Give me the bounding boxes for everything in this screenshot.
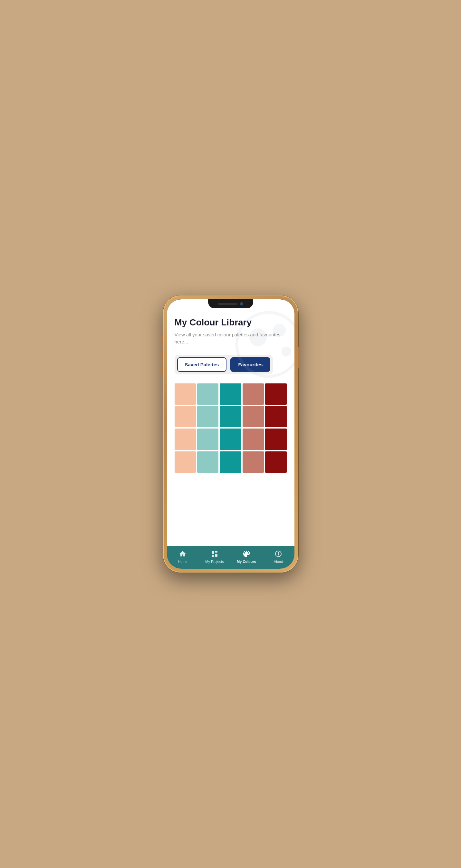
nav-item-about[interactable]: About — [263, 549, 295, 563]
svg-rect-4 — [212, 551, 214, 554]
color-cell-14[interactable] — [265, 429, 286, 450]
color-cell-13[interactable] — [243, 429, 264, 450]
info-icon — [274, 549, 283, 558]
color-cell-3[interactable] — [243, 383, 264, 405]
svg-point-3 — [281, 347, 291, 357]
color-cell-10[interactable] — [175, 429, 196, 450]
bottom-nav: Home My Projects — [167, 546, 295, 569]
svg-rect-6 — [215, 554, 217, 557]
svg-rect-5 — [215, 551, 217, 553]
tab-saved-palettes[interactable]: Saved Palettes — [177, 357, 227, 372]
home-icon — [178, 549, 187, 558]
phone-frame: My Colour Library View all your saved co… — [163, 296, 298, 572]
color-cell-12[interactable] — [220, 429, 241, 450]
tab-container: Saved Palettes Favourites — [175, 355, 273, 374]
page-title: My Colour Library — [175, 317, 287, 328]
color-cell-19[interactable] — [265, 452, 286, 473]
color-grid — [175, 383, 287, 473]
color-cell-17[interactable] — [220, 452, 241, 473]
nav-label-my-projects: My Projects — [205, 560, 223, 563]
tab-favourites[interactable]: Favourites — [230, 357, 270, 372]
color-cell-6[interactable] — [197, 406, 218, 427]
svg-rect-7 — [212, 555, 214, 557]
palette-icon — [242, 549, 251, 558]
color-cell-16[interactable] — [197, 452, 218, 473]
color-cell-5[interactable] — [175, 406, 196, 427]
color-cell-9[interactable] — [265, 406, 286, 427]
phone-inner: My Colour Library View all your saved co… — [167, 299, 295, 569]
screen: My Colour Library View all your saved co… — [167, 299, 295, 569]
color-cell-11[interactable] — [197, 429, 218, 450]
color-cell-18[interactable] — [243, 452, 264, 473]
page-subtitle: View all your saved colour palettes and … — [175, 331, 287, 346]
nav-item-home[interactable]: Home — [167, 549, 199, 563]
nav-item-my-colours[interactable]: My Colours — [230, 549, 263, 563]
notch — [208, 299, 253, 308]
nav-label-about: About — [274, 560, 283, 563]
color-cell-8[interactable] — [243, 406, 264, 427]
color-cell-15[interactable] — [175, 452, 196, 473]
speaker — [218, 303, 238, 305]
projects-icon — [210, 549, 219, 558]
color-cell-1[interactable] — [197, 383, 218, 405]
color-cell-0[interactable] — [175, 383, 196, 405]
color-cell-4[interactable] — [265, 383, 286, 405]
nav-label-home: Home — [178, 560, 187, 563]
nav-item-my-projects[interactable]: My Projects — [199, 549, 230, 563]
main-content: My Colour Library View all your saved co… — [167, 299, 295, 546]
color-cell-7[interactable] — [220, 406, 241, 427]
front-camera — [240, 302, 243, 305]
color-cell-2[interactable] — [220, 383, 241, 405]
nav-label-my-colours: My Colours — [237, 560, 256, 563]
